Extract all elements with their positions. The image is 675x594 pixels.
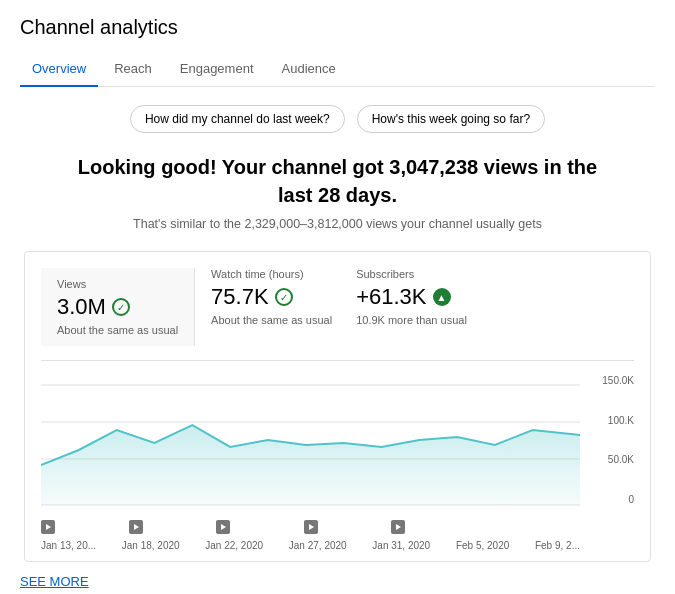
date-label-5: Feb 5, 2020 <box>456 540 509 551</box>
svg-marker-8 <box>396 524 401 530</box>
play-icon-0[interactable] <box>41 520 55 534</box>
watch-time-check-icon: ✓ <box>275 288 293 306</box>
y-label-150k: 150.0K <box>602 375 634 386</box>
headline-text: Looking good! Your channel got 3,047,238… <box>20 153 655 209</box>
chart-area: 150.0K 100.K 50.0K 0 <box>41 375 634 545</box>
play-icon-2[interactable] <box>216 520 230 534</box>
quick-buttons-bar: How did my channel do last week? How's t… <box>20 105 655 133</box>
views-value: 3.0M ✓ <box>57 294 178 320</box>
svg-marker-6 <box>221 524 226 530</box>
tab-bar: Overview Reach Engagement Audience <box>20 53 655 87</box>
date-label-4: Jan 31, 2020 <box>372 540 430 551</box>
views-desc: About the same as usual <box>57 324 178 336</box>
y-label-50k: 50.0K <box>608 454 634 465</box>
date-label-2: Jan 22, 2020 <box>205 540 263 551</box>
stats-main-row: Views 3.0M ✓ About the same as usual Wat… <box>41 268 634 361</box>
subscribers-desc: 10.9K more than usual <box>356 314 467 326</box>
subline-text: That's similar to the 2,329,000–3,812,00… <box>20 217 655 231</box>
views-check-icon: ✓ <box>112 298 130 316</box>
page-title: Channel analytics <box>20 16 655 39</box>
stats-card: Views 3.0M ✓ About the same as usual Wat… <box>24 251 651 562</box>
tab-engagement[interactable]: Engagement <box>168 53 266 86</box>
svg-marker-5 <box>134 524 139 530</box>
stat-subscribers: Subscribers +61.3K ▲ 10.9K more than usu… <box>356 268 467 346</box>
date-label-1: Jan 18, 2020 <box>122 540 180 551</box>
subscribers-up-icon: ▲ <box>433 288 451 306</box>
see-more-link[interactable]: SEE MORE <box>20 574 89 589</box>
play-icon-4[interactable] <box>391 520 405 534</box>
y-label-100k: 100.K <box>608 415 634 426</box>
subscribers-value: +61.3K ▲ <box>356 284 467 310</box>
date-label-0: Jan 13, 20... <box>41 540 96 551</box>
subscribers-label: Subscribers <box>356 268 467 280</box>
tab-overview[interactable]: Overview <box>20 53 98 86</box>
tab-audience[interactable]: Audience <box>270 53 348 86</box>
views-label: Views <box>57 278 178 290</box>
stats-rest: Watch time (hours) 75.7K ✓ About the sam… <box>195 268 467 346</box>
date-label-3: Jan 27, 2020 <box>289 540 347 551</box>
last-week-button[interactable]: How did my channel do last week? <box>130 105 345 133</box>
y-label-0: 0 <box>628 494 634 505</box>
watch-time-label: Watch time (hours) <box>211 268 332 280</box>
play-icon-1[interactable] <box>129 520 143 534</box>
play-icon-3[interactable] <box>304 520 318 534</box>
svg-marker-4 <box>46 524 51 530</box>
tab-reach[interactable]: Reach <box>102 53 164 86</box>
watch-time-value: 75.7K ✓ <box>211 284 332 310</box>
stat-views: Views 3.0M ✓ About the same as usual <box>41 268 195 346</box>
stat-watch-time: Watch time (hours) 75.7K ✓ About the sam… <box>211 268 332 346</box>
chart-svg <box>41 375 580 515</box>
watch-time-desc: About the same as usual <box>211 314 332 326</box>
date-label-6: Feb 9, 2... <box>535 540 580 551</box>
this-week-button[interactable]: How's this week going so far? <box>357 105 545 133</box>
svg-marker-7 <box>309 524 314 530</box>
